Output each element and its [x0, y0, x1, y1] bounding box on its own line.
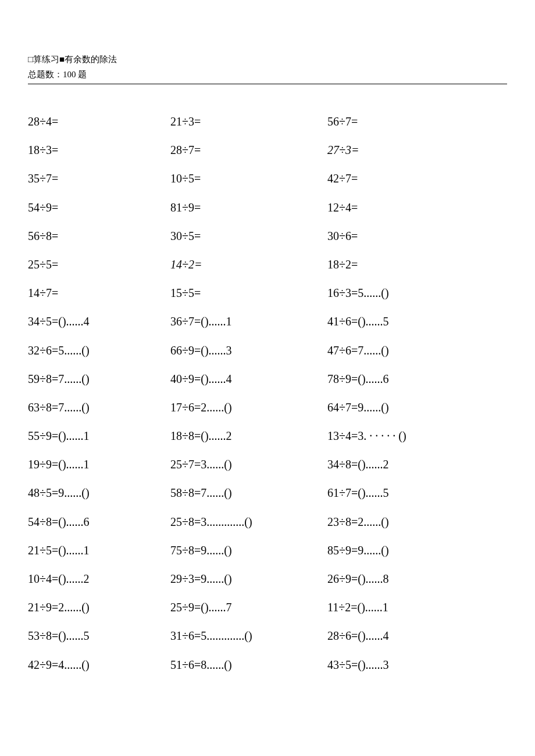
problem-cell: 30÷5=	[170, 229, 327, 243]
problem-cell: 12÷4=	[327, 200, 507, 214]
problem-cell: 42÷7=	[327, 171, 507, 185]
problem-cell: 56÷7=	[327, 114, 507, 128]
problem-cell: 28÷6=()......4	[327, 629, 507, 643]
problem-cell: 25÷7=3......()	[170, 457, 327, 471]
problem-cell: 85÷9=9......()	[327, 543, 507, 557]
problem-cell: 35÷7=	[28, 171, 170, 185]
problems-grid: 28÷4=21÷3=56÷7=18÷3=28÷7=27÷3=35÷7=10÷5=…	[28, 114, 507, 672]
problem-cell: 34÷8=()......2	[327, 457, 507, 471]
problem-cell: 28÷4=	[28, 114, 170, 128]
problem-cell: 41÷6=()......5	[327, 314, 507, 328]
problem-cell: 21÷9=2......()	[28, 600, 170, 614]
problem-cell: 58÷8=7......()	[170, 486, 327, 500]
problem-cell: 54÷8=()......6	[28, 515, 170, 529]
problem-cell: 29÷3=9......()	[170, 572, 327, 586]
problem-cell: 78÷9=()......6	[327, 372, 507, 386]
problem-cell: 18÷8=()......2	[170, 429, 327, 443]
problem-cell: 14÷2=	[170, 257, 327, 271]
problem-cell: 66÷9=()......3	[170, 343, 327, 357]
problem-cell: 13÷4=3. · · · · · ()	[327, 429, 507, 443]
problem-cell: 28÷7=	[170, 143, 327, 157]
problem-cell: 55÷9=()......1	[28, 429, 170, 443]
problem-cell: 61÷7=()......5	[327, 486, 507, 500]
problem-cell: 59÷8=7......()	[28, 372, 170, 386]
problem-cell: 27÷3=	[327, 143, 507, 157]
problem-cell: 10÷5=	[170, 171, 327, 185]
problem-cell: 18÷2=	[327, 257, 507, 271]
problem-cell: 17÷6=2......()	[170, 400, 327, 414]
problem-cell: 40÷9=()......4	[170, 372, 327, 386]
problem-cell: 54÷9=	[28, 200, 170, 214]
problem-cell: 25÷8=3.............()	[170, 515, 327, 529]
problem-cell: 56÷8=	[28, 229, 170, 243]
problem-cell: 26÷9=()......8	[327, 572, 507, 586]
problem-cell: 30÷6=	[327, 229, 507, 243]
problem-cell: 21÷3=	[170, 114, 327, 128]
worksheet-header: □算练习■有余数的除法 总题数：100 题	[28, 52, 507, 84]
problem-cell: 81÷9=	[170, 200, 327, 214]
problem-cell: 25÷5=	[28, 257, 170, 271]
problem-cell: 10÷4=()......2	[28, 572, 170, 586]
problem-cell: 19÷9=()......1	[28, 457, 170, 471]
problem-cell: 11÷2=()......1	[327, 600, 507, 614]
problem-cell: 15÷5=	[170, 286, 327, 300]
problem-cell: 51÷6=8......()	[170, 658, 327, 672]
problem-cell: 14÷7=	[28, 286, 170, 300]
problem-cell: 75÷8=9......()	[170, 543, 327, 557]
problem-cell: 18÷3=	[28, 143, 170, 157]
problem-cell: 48÷5=9......()	[28, 486, 170, 500]
problem-cell: 64÷7=9......()	[327, 400, 507, 414]
worksheet-title: □算练习■有余数的除法	[28, 52, 507, 66]
problem-cell: 21÷5=()......1	[28, 543, 170, 557]
worksheet-subtitle: 总题数：100 题	[28, 67, 507, 84]
problem-cell: 31÷6=5.............()	[170, 629, 327, 643]
problem-cell: 36÷7=()......1	[170, 314, 327, 328]
worksheet-page: □算练习■有余数的除法 总题数：100 题 28÷4=21÷3=56÷7=18÷…	[0, 0, 535, 756]
problem-cell: 16÷3=5......()	[327, 286, 507, 300]
problem-cell: 32÷6=5......()	[28, 343, 170, 357]
problem-cell: 25÷9=()......7	[170, 600, 327, 614]
problem-cell: 34÷5=()......4	[28, 314, 170, 328]
problem-cell: 23÷8=2......()	[327, 515, 507, 529]
problem-cell: 42÷9=4......()	[28, 658, 170, 672]
problem-cell: 63÷8=7......()	[28, 400, 170, 414]
problem-cell: 47÷6=7......()	[327, 343, 507, 357]
problem-cell: 53÷8=()......5	[28, 629, 170, 643]
problem-cell: 43÷5=()......3	[327, 658, 507, 672]
